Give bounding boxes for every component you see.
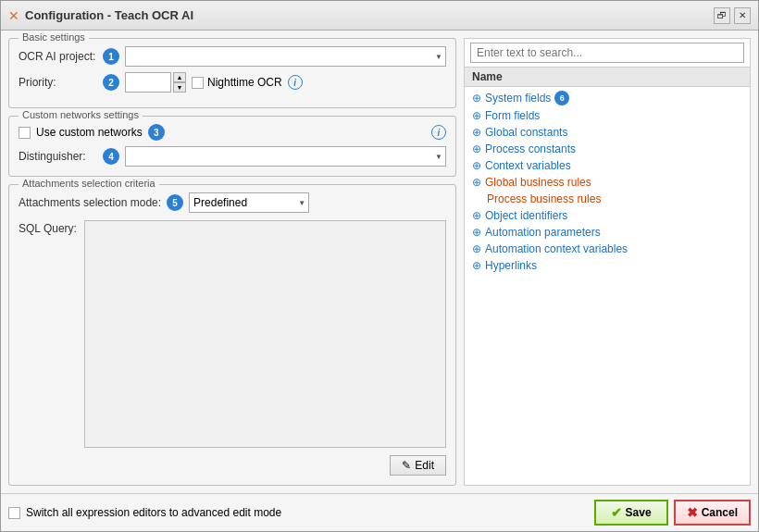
tree-item[interactable]: ⊕ Context variables (465, 157, 750, 174)
tree-expand-icon: ⊕ (472, 126, 481, 139)
attachments-mode-badge: 5 (167, 194, 183, 211)
priority-badge: 2 (103, 74, 119, 91)
tree-expand-icon: ⊕ (472, 242, 481, 255)
ocr-project-select-wrapper[interactable] (125, 46, 446, 67)
tree-item-label: Object identifiers (485, 209, 567, 222)
priority-up-btn[interactable]: ▲ (173, 72, 186, 82)
save-label: Save (626, 506, 652, 519)
sql-textarea[interactable] (84, 220, 446, 448)
edit-btn-row: ✎ Edit (19, 455, 446, 476)
nighttime-label: Nighttime OCR (207, 76, 282, 89)
content-area: Basic settings OCR AI project: 1 Priorit… (1, 31, 758, 493)
tree-item[interactable]: ⊕ System fields 6 (465, 89, 750, 107)
advanced-mode-checkbox[interactable] (8, 507, 20, 519)
nighttime-info-icon[interactable]: i (288, 75, 303, 90)
use-custom-networks-badge: 3 (148, 124, 165, 141)
main-window: ✕ Configuration - Teach OCR AI 🗗 ✕ Basic… (0, 0, 759, 532)
tree-item-label: Global business rules (485, 176, 591, 189)
distinguisher-badge: 4 (103, 148, 119, 165)
tree-item[interactable]: ⊕ Global constants (465, 124, 750, 141)
custom-networks-title: Custom networks settings (19, 109, 143, 120)
basic-settings-group: Basic settings OCR AI project: 1 Priorit… (8, 38, 456, 108)
advanced-mode-row: Switch all expression editors to advance… (8, 506, 281, 519)
tree-expand-icon: ⊕ (472, 176, 481, 189)
tree-item[interactable]: ⊕ Object identifiers (465, 207, 750, 224)
search-input[interactable] (470, 43, 744, 63)
priority-spin-btns: ▲ ▼ (173, 72, 186, 93)
footer-area: Switch all expression editors to advance… (1, 493, 758, 531)
cancel-label: Cancel (702, 506, 738, 519)
custom-networks-info-icon[interactable]: i (431, 125, 446, 140)
window-title: Configuration - Teach OCR AI (25, 8, 193, 22)
save-icon: ✔ (611, 505, 622, 520)
tree-item[interactable]: ⊕ Automation parameters (465, 224, 750, 241)
priority-label: Priority: (19, 76, 97, 89)
close-button[interactable]: ✕ (734, 7, 751, 24)
tree-expand-icon: ⊕ (472, 226, 481, 239)
tree-header: Name (465, 68, 750, 87)
distinguisher-select[interactable] (125, 146, 446, 167)
sql-query-row: SQL Query: (19, 220, 446, 448)
priority-spinner: 5 ▲ ▼ (125, 72, 186, 93)
ocr-project-select[interactable] (125, 46, 446, 67)
tree-item-label: Hyperlinks (485, 259, 537, 272)
tree-header-label: Name (472, 70, 503, 83)
tree-item-label: System fields (485, 92, 551, 105)
app-icon: ✕ (8, 8, 19, 23)
attachments-mode-select-wrapper[interactable]: Predefined (189, 192, 309, 213)
sql-label: SQL Query: (19, 220, 79, 448)
restore-button[interactable]: 🗗 (714, 7, 730, 24)
use-custom-networks-checkbox[interactable] (19, 127, 31, 139)
custom-networks-group: Custom networks settings Use custom netw… (8, 116, 456, 177)
ocr-project-badge: 1 (103, 48, 119, 65)
basic-settings-title: Basic settings (19, 31, 89, 43)
cancel-button[interactable]: ✖ Cancel (674, 500, 751, 526)
title-bar-left: ✕ Configuration - Teach OCR AI (8, 8, 193, 23)
priority-down-btn[interactable]: ▼ (173, 82, 186, 93)
title-bar: ✕ Configuration - Teach OCR AI 🗗 ✕ (1, 1, 758, 31)
tree-item-badge: 6 (554, 91, 569, 105)
priority-input[interactable]: 5 (125, 72, 171, 93)
tree-item[interactable]: ⊕ Form fields (465, 107, 750, 124)
tree-item[interactable]: ⊕ Process constants (465, 141, 750, 157)
footer-buttons: ✔ Save ✖ Cancel (594, 500, 751, 526)
attachments-group: Attachments selection criteria Attachmen… (8, 184, 456, 486)
attachments-mode-select[interactable]: Predefined (189, 192, 309, 213)
tree-item-label: Form fields (485, 109, 540, 122)
attachments-content: Attachments selection mode: 5 Predefined… (19, 192, 446, 476)
tree-expand-icon: ⊕ (472, 159, 481, 172)
attachments-mode-label: Attachments selection mode: (19, 196, 161, 209)
nighttime-checkbox[interactable] (192, 77, 204, 89)
tree-item[interactable]: Process business rules (465, 191, 750, 207)
use-custom-networks-label: Use custom networks (36, 126, 143, 139)
tree-item-label: Process business rules (487, 192, 601, 205)
attachments-mode-row: Attachments selection mode: 5 Predefined (19, 192, 446, 213)
tree-item-label: Automation parameters (485, 226, 601, 239)
distinguisher-select-wrapper[interactable] (125, 146, 446, 167)
tree-expand-icon: ⊕ (472, 259, 481, 272)
tree-expand-icon: ⊕ (472, 109, 481, 122)
ocr-project-row: OCR AI project: 1 (19, 46, 446, 67)
distinguisher-label: Distinguisher: (19, 150, 97, 163)
title-bar-controls: 🗗 ✕ (714, 7, 751, 24)
tree-list: ⊕ System fields 6 ⊕ Form fields ⊕ Global… (465, 87, 750, 485)
tree-item-label: Process constants (485, 142, 576, 155)
tree-expand-icon: ⊕ (472, 209, 481, 222)
left-panel: Basic settings OCR AI project: 1 Priorit… (8, 38, 456, 486)
cancel-icon: ✖ (687, 505, 698, 520)
advanced-mode-label: Switch all expression editors to advance… (26, 506, 281, 519)
search-box (465, 39, 750, 68)
nighttime-wrapper: Nighttime OCR (192, 76, 282, 89)
tree-item[interactable]: ⊕ Automation context variables (465, 241, 750, 257)
save-button[interactable]: ✔ Save (594, 500, 668, 526)
use-custom-left: Use custom networks 3 (19, 124, 165, 141)
tree-expand-icon: ⊕ (472, 142, 481, 155)
edit-label: Edit (415, 459, 434, 472)
ocr-project-label: OCR AI project: (19, 50, 97, 63)
tree-item[interactable]: ⊕ Hyperlinks (465, 257, 750, 274)
tree-expand-icon: ⊕ (472, 92, 481, 105)
tree-item[interactable]: ⊕ Global business rules (465, 174, 750, 191)
edit-button[interactable]: ✎ Edit (390, 455, 446, 476)
use-custom-networks-row: Use custom networks 3 i (19, 124, 446, 141)
attachments-title: Attachments selection criteria (19, 178, 159, 189)
